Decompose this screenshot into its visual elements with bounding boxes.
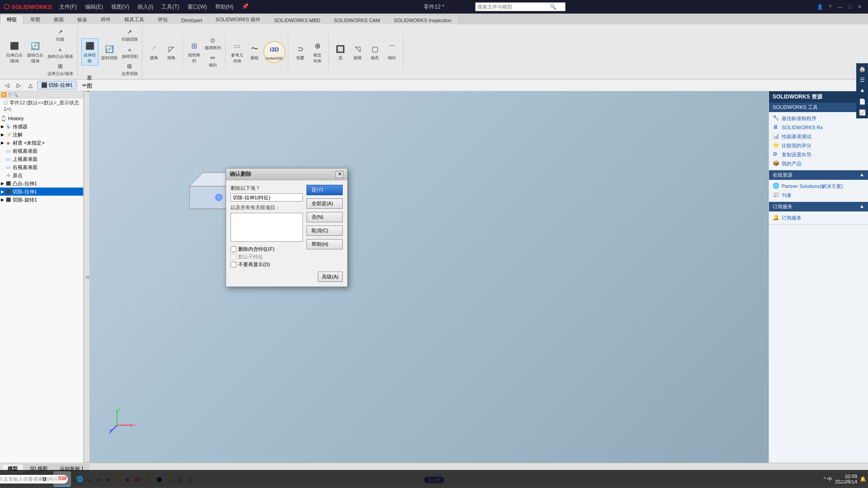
- tree-item-sensors[interactable]: ▶ 📡 传感器: [0, 122, 83, 131]
- menu-file[interactable]: 文件(F): [56, 2, 80, 12]
- btn-loft-cut[interactable]: ⟁ 放样切割: [120, 43, 139, 60]
- right-link-partner[interactable]: 🌐 Partner Solutions(解决方案): [773, 182, 864, 191]
- search-box[interactable]: 🔍: [475, 2, 566, 11]
- right-link-1[interactable]: 🖥 SOLIDWORKS Rx: [773, 123, 864, 132]
- search-taskbar-button[interactable]: 🔍 在这里输入你要搜索的内容: [19, 471, 35, 487]
- btn-shell[interactable]: ▢ 抽壳: [367, 42, 383, 62]
- tab-surface[interactable]: 曲面: [47, 14, 71, 24]
- tree-item-boss-extrude1[interactable]: ▶ ⬛ 凸台-拉伸1: [0, 179, 83, 188]
- btn-sweep-cut[interactable]: ↗ 扫描切除: [120, 26, 139, 43]
- btn-instant3d[interactable]: i3D Instant3D: [264, 41, 286, 63]
- tab-inspection[interactable]: SOLIDWORKS Inspection: [387, 16, 458, 24]
- tab-evaluate[interactable]: 评估: [151, 14, 175, 24]
- tab-features[interactable]: 特征: [0, 14, 24, 24]
- tree-item-cut-revolve1[interactable]: ▶ ⬛ 切除-旋转1: [0, 196, 83, 204]
- right-link-4[interactable]: ⚙ 复制设置向导: [773, 150, 864, 159]
- btn-linear-pattern[interactable]: ⊞ 线性阵列: [186, 39, 203, 65]
- task-view-button[interactable]: ⧉: [36, 471, 52, 487]
- minimize-button[interactable]: —: [835, 3, 844, 11]
- tab-weldment[interactable]: 焊件: [94, 14, 118, 24]
- breadcrumb-cut-extrude[interactable]: ⬛ 切除-拉伸1: [37, 81, 77, 89]
- tab-mbd[interactable]: SOLIDWORKS MBD: [267, 16, 327, 24]
- dialog-close-button[interactable]: ✕: [335, 171, 344, 178]
- side-icon-doc[interactable]: 📄: [857, 97, 867, 107]
- btn-revolve-cut[interactable]: 🔃 旋转切除: [99, 42, 119, 62]
- btn-dome[interactable]: ⌒ 镜向: [384, 42, 400, 62]
- tree-item-cut-extrude1[interactable]: ▶ ⬛ 切除-拉伸1: [0, 188, 83, 196]
- tree-item-front-plane[interactable]: ▶ ▭ 前视基准面: [0, 147, 83, 155]
- btn-draft[interactable]: ◹ 拔模: [349, 42, 366, 62]
- tree-item-top-plane[interactable]: ▶ ▭ 上视基准面: [0, 155, 83, 163]
- right-link-3[interactable]: ⭐ 比较我的评分: [773, 141, 864, 150]
- right-link-2[interactable]: 📊 性能基准测试: [773, 132, 864, 141]
- tab-dimxpert[interactable]: DimXpert: [175, 16, 209, 24]
- no-button[interactable]: 否(N): [307, 212, 343, 222]
- right-section-header-online[interactable]: 在线资源 ▲: [769, 170, 868, 180]
- up-button[interactable]: △: [25, 81, 35, 90]
- tab-sheetmetal[interactable]: 钣金: [71, 14, 94, 24]
- btn-extrude-boss[interactable]: ⬛ 拉伸凸台/基体: [5, 39, 24, 65]
- dialog-titlebar[interactable]: 确认删除 ✕: [226, 169, 347, 180]
- forward-button[interactable]: ▷: [14, 81, 24, 90]
- taskbar-app-sw[interactable]: SW: [53, 471, 71, 487]
- btn-curves[interactable]: 〜 曲线: [246, 42, 263, 62]
- tree-item-origin[interactable]: ▶ ✛ 原点: [0, 171, 83, 179]
- collapse-toggle[interactable]: ◁: [84, 91, 90, 463]
- menu-edit[interactable]: 编辑(E): [81, 2, 107, 12]
- yes-all-button[interactable]: 全部是(A): [307, 198, 343, 209]
- no-show-checkbox[interactable]: [231, 262, 236, 267]
- btn-chamfer[interactable]: ◸ 倒角: [163, 42, 179, 62]
- right-link-sub[interactable]: 🔔 订阅服务: [773, 213, 864, 222]
- btn-fillet[interactable]: ◜ 圆角: [146, 42, 162, 62]
- menu-insert[interactable]: 插入(I): [134, 2, 157, 12]
- btn-intersect[interactable]: ⊕ 相交何体: [309, 39, 326, 65]
- tab-mold[interactable]: 模具工具: [118, 14, 151, 24]
- delete-item-field[interactable]: [231, 193, 303, 202]
- right-link-0[interactable]: 🔧 最佳标准制程序: [773, 114, 864, 123]
- btn-loft-boss[interactable]: ⟁ 放样凸台/基体: [46, 43, 75, 60]
- notification-icon[interactable]: 🔔: [860, 476, 866, 482]
- search-input[interactable]: [477, 4, 550, 9]
- menu-tools[interactable]: 工具(T): [158, 2, 183, 12]
- viewport[interactable]: X Y Z: [90, 91, 769, 463]
- right-link-pub[interactable]: 📰 刊著: [773, 191, 864, 200]
- advanced-button[interactable]: 高级(A): [318, 272, 343, 282]
- help-button[interactable]: 帮助(H): [307, 239, 343, 249]
- tree-item-right-plane[interactable]: ▶ ▭ 右视基准面: [0, 163, 83, 171]
- btn-revolve-boss[interactable]: 🔄 旋转凸台/基体: [25, 39, 45, 65]
- back-button[interactable]: ◁: [2, 81, 12, 90]
- tab-sw-addins[interactable]: SOLIDWORKS 插件: [209, 14, 268, 24]
- right-link-5[interactable]: 📦 我的产品: [773, 159, 864, 168]
- right-section-header-tools[interactable]: SOLIDWORKS 工具 ▲: [769, 103, 868, 112]
- menu-help[interactable]: 帮助(H): [212, 2, 237, 12]
- restore-button[interactable]: □: [845, 3, 854, 11]
- yes-button[interactable]: 是(Y): [307, 185, 343, 195]
- side-icon-chart[interactable]: 📈: [857, 108, 867, 117]
- tree-item-annotations[interactable]: ▶ 📝 注解: [0, 131, 83, 139]
- menu-window[interactable]: 窗口(W): [184, 2, 211, 12]
- btn-rib[interactable]: 🔲 筋: [332, 42, 349, 62]
- btn-wrap[interactable]: ⊃ 包覆: [292, 42, 308, 62]
- cancel-button[interactable]: 取消(C): [307, 225, 343, 236]
- btn-sweep-boss[interactable]: ↗ 扫描: [46, 26, 75, 43]
- delete-contained-checkbox[interactable]: [231, 246, 236, 252]
- user-icon[interactable]: 👤: [816, 3, 825, 11]
- btn-boundary-boss[interactable]: ⊞ 边界凸台/基体: [46, 61, 75, 77]
- tree-item-material[interactable]: ▶ ◈ 材质 <未指定>: [0, 139, 83, 147]
- btn-boundary-cut[interactable]: ⊞ 边界切除: [120, 61, 139, 77]
- help-icon[interactable]: ?: [826, 3, 835, 11]
- btn-circular-pattern[interactable]: ⊙ 圆周阵列: [203, 35, 222, 52]
- menu-pin[interactable]: 📌: [238, 2, 252, 12]
- tab-sketch[interactable]: 草图: [24, 14, 47, 24]
- side-icon-star[interactable]: ★: [857, 91, 867, 96]
- right-section-header-sub[interactable]: 订阅服务 ▲: [769, 202, 868, 211]
- taskbar-app-edge[interactable]: 🌐: [72, 471, 88, 487]
- btn-ref-geom[interactable]: ▭ 参考几何体: [229, 39, 245, 65]
- tree-item-history[interactable]: ⌚ History: [0, 114, 83, 122]
- menu-view[interactable]: 视图(V): [108, 2, 133, 12]
- btn-extrude-cut[interactable]: ⬛ 拉伸切除: [81, 38, 99, 66]
- sketch2-label[interactable]: ✏ 草图2: [82, 81, 92, 90]
- tab-cam[interactable]: SOLIDWORKS CAM: [327, 16, 387, 24]
- close-button[interactable]: ✕: [855, 3, 864, 11]
- btn-mirror[interactable]: ⇔ 镜向: [203, 52, 222, 69]
